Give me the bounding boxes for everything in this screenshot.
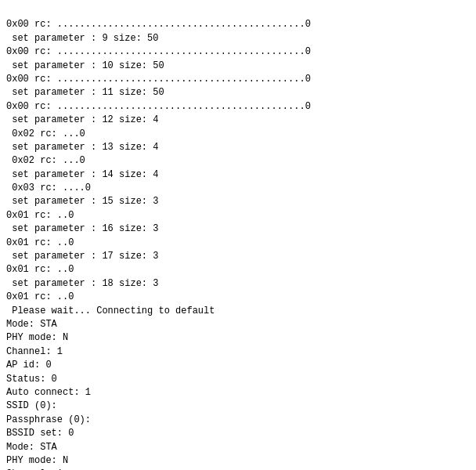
terminal-line: set parameter : 14 size: 4 [6,168,470,182]
terminal-line: set parameter : 10 size: 50 [6,60,470,73]
terminal-line: 0x01 rc: ..0 [6,209,470,222]
terminal-line: Status: 0 [6,373,470,386]
terminal-line: Mode: STA [6,318,470,331]
terminal-line: BSSID set: 0 [6,427,470,440]
terminal-line: set parameter : 15 size: 3 [6,195,470,208]
terminal-line: 0x00 rc: ...............................… [6,18,470,31]
terminal-line: Passphrase (0): [6,414,470,427]
terminal-line: Please wait... Connecting to default [6,305,470,318]
terminal-line: 0x03 rc: ....0 [6,182,470,195]
terminal-line: 0x02 rc: ...0 [6,154,470,168]
terminal-line: Channel: 1 [6,345,470,359]
terminal-line: PHY mode: N [6,454,470,468]
terminal-line: 0x01 rc: ..0 [6,237,470,250]
terminal-line: set parameter : 11 size: 50 [6,86,470,99]
terminal-line: 0x00 rc: ...............................… [6,100,470,114]
terminal-line: Mode: STA [6,441,470,454]
terminal-line: PHY mode: N [6,331,470,345]
terminal-line: 0x01 rc: ..0 [6,263,470,277]
terminal-line: SSID (0): [6,400,470,413]
terminal-line: set parameter : 12 size: 4 [6,114,470,127]
terminal-line: 0x02 rc: ...0 [6,128,470,141]
terminal-line: set parameter : 13 size: 4 [6,141,470,154]
terminal-line: 0x00 rc: ...............................… [6,45,470,59]
terminal-line: set parameter : 9 size: 50 [6,32,470,45]
terminal-line: AP id: 0 [6,359,470,372]
terminal-line: Auto connect: 1 [6,386,470,400]
terminal-line: 0x00 rc: ...............................… [6,73,470,86]
terminal-line: set parameter : 17 size: 3 [6,250,470,263]
terminal-output: 0x00 rc: ...............................… [0,0,476,470]
terminal-line: set parameter : 18 size: 3 [6,277,470,291]
terminal-line: 0x01 rc: ..0 [6,291,470,304]
terminal-line: set parameter : 16 size: 3 [6,222,470,236]
